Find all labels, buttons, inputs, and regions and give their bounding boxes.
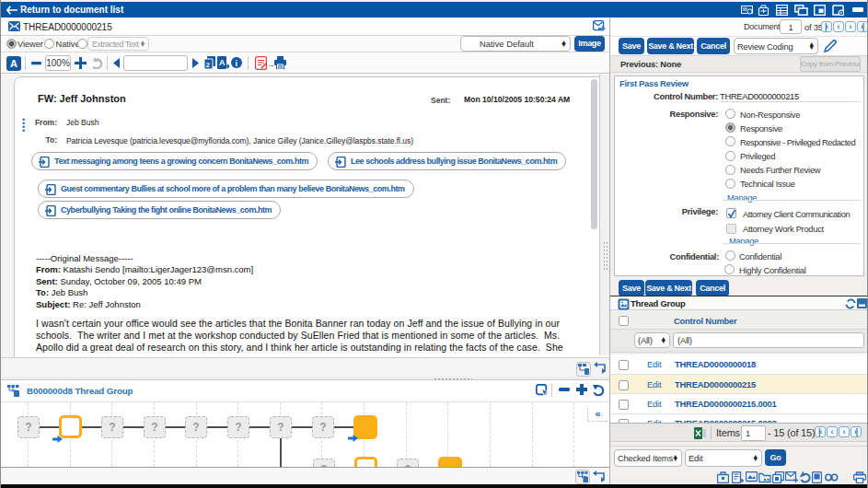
svg-text:A: A	[219, 58, 226, 67]
svg-text:i: i	[236, 59, 238, 68]
svg-text:2: 2	[206, 61, 211, 69]
